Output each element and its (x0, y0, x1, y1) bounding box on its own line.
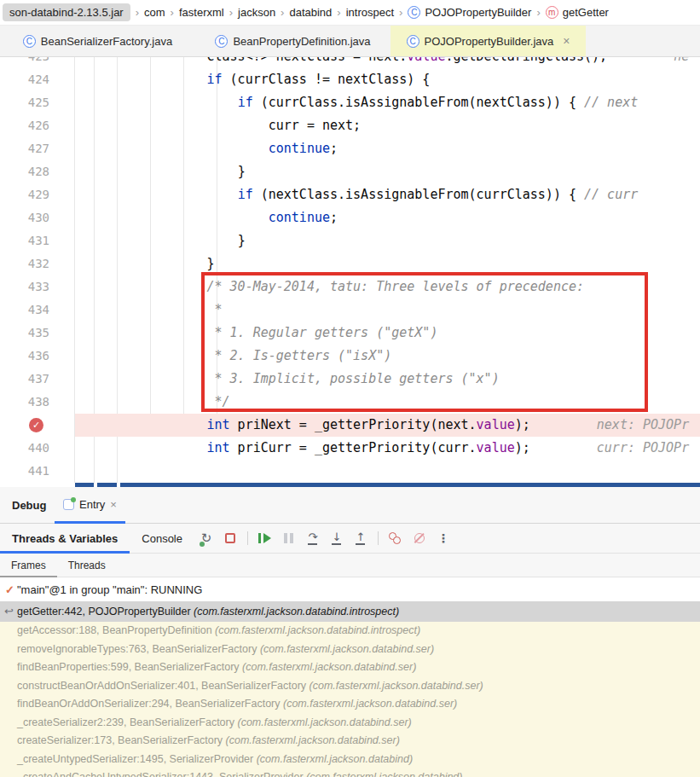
code-line-text: int priCurr = _getterPriority(curr.value… (84, 437, 689, 460)
rerun-icon[interactable]: ↻ (196, 529, 217, 548)
stack-frame[interactable]: findBeanOrAddOnSerializer:294, BeanSeria… (0, 695, 700, 714)
editor-tab-pojopropertybuilder-java[interactable]: CPOJOPropertyBuilder.java× (390, 26, 586, 56)
more-icon[interactable]: ⋮ (433, 529, 454, 548)
code-line-439[interactable]: ✓ int priNext = _getterPriority(next.val… (0, 414, 700, 437)
code-line-text: Class<?> nextClass = next.value.getDecla… (84, 57, 689, 68)
code-editor[interactable]: 423 Class<?> nextClass = next.value.getD… (0, 57, 700, 487)
code-line-430[interactable]: 430 continue; (0, 206, 700, 229)
step-over-icon[interactable]: ↷ (303, 529, 323, 548)
stack-frame[interactable]: removeIgnorableTypes:763, BeanSerializer… (0, 641, 700, 659)
line-number[interactable]: 437 (0, 368, 49, 391)
stack-frame[interactable]: _createAndCacheUntypedSerializer:1443, S… (0, 768, 700, 777)
breadcrumb-item-introspect[interactable]: introspect (346, 6, 394, 19)
stack-frame[interactable]: getAccessor:188, BeanPropertyDefinition … (0, 622, 700, 641)
editor-tab-beanserializerfactory-java[interactable]: CBeanSerializerFactory.java (0, 26, 195, 56)
line-number[interactable]: 428 (0, 160, 49, 183)
line-number[interactable]: 434 (0, 299, 49, 322)
breadcrumb-item-jackson[interactable]: jackson (238, 6, 275, 19)
breakpoint-icon[interactable]: ✓ (29, 418, 43, 432)
code-line-438[interactable]: 438 */ (0, 391, 700, 414)
code-line-433[interactable]: 433 /* 30-May-2014, tatu: Three levels o… (0, 275, 700, 299)
frame-location: getGetter:442, POJOPropertyBuilder (17, 606, 194, 618)
stack-frame[interactable]: ↩getGetter:442, POJOPropertyBuilder (com… (0, 601, 700, 622)
view-breakpoints-icon[interactable] (385, 529, 406, 548)
breadcrumb-item-fasterxml[interactable]: fasterxml (179, 6, 224, 19)
chevron-separator-icon: › (171, 6, 174, 19)
tab-threads-variables[interactable]: Threads & Variables (0, 524, 130, 554)
tab-threads[interactable]: Threads (57, 554, 117, 577)
session-tab-icon (63, 499, 74, 510)
code-line-437[interactable]: 437 * 3. Implicit, possible getters ("x"… (0, 368, 700, 391)
line-number[interactable]: 441 (0, 460, 49, 483)
code-line-425[interactable]: 425 if (currClass.isAssignableFrom(nextC… (0, 91, 700, 114)
session-tab-close-icon[interactable]: × (110, 498, 117, 511)
breadcrumb-label: com (144, 6, 165, 19)
code-line-429[interactable]: 429 if (nextClass.isAssignableFrom(currC… (0, 183, 700, 206)
tab-label: BeanPropertyDefinition.java (233, 35, 370, 48)
code-line-441[interactable]: 441 (0, 460, 700, 483)
code-line-440[interactable]: 440 int priCurr = _getterPriority(curr.v… (0, 437, 700, 460)
line-number[interactable]: 436 (0, 345, 49, 368)
breadcrumb-item-databind[interactable]: databind (289, 6, 332, 19)
line-number[interactable]: 424 (0, 68, 49, 91)
breadcrumb-item-getgetter[interactable]: mgetGetter (546, 6, 609, 19)
code-line-434[interactable]: 434 * (0, 299, 700, 322)
code-line-text: * 3. Implicit, possible getters ("x") (84, 368, 500, 391)
breadcrumb-item-com[interactable]: com (144, 6, 165, 19)
stop-icon[interactable] (220, 529, 240, 548)
line-number[interactable]: 426 (0, 114, 49, 137)
code-line-432[interactable]: 432 } (0, 252, 700, 275)
stack-frame[interactable]: findBeanProperties:599, BeanSerializerFa… (0, 658, 700, 677)
editor-tab-beanpropertydefinition-java[interactable]: CBeanPropertyDefinition.java (195, 26, 390, 56)
code-line-436[interactable]: 436 * 2. Is-getters ("isX") (0, 345, 700, 368)
step-into-icon[interactable]: ↓ (327, 529, 347, 548)
frame-location: findBeanProperties:599, BeanSerializerFa… (17, 661, 242, 673)
tab-frames[interactable]: Frames (0, 554, 57, 577)
thread-status-row[interactable]: ✓ "main"@1 in group "main": RUNNING (0, 577, 700, 601)
stack-frame[interactable]: _createUntypedSerializer:1495, Serialize… (0, 751, 700, 769)
step-out-icon[interactable]: ↑ (350, 529, 371, 548)
toolbar-separator (378, 531, 379, 545)
line-number[interactable]: 423 (0, 57, 49, 68)
code-line-427[interactable]: 427 continue; (0, 137, 700, 160)
tab-console[interactable]: Console (130, 524, 194, 554)
chevron-separator-icon: › (229, 6, 233, 19)
tab-close-icon[interactable]: × (563, 34, 570, 48)
line-number[interactable]: 425 (0, 91, 49, 114)
frame-location: getAccessor:188, BeanPropertyDefinition (17, 624, 215, 636)
line-number[interactable]: 427 (0, 137, 49, 160)
code-line-424[interactable]: 424 if (currClass != nextClass) { (0, 68, 700, 91)
stack-frame[interactable]: constructBeanOrAddOnSerializer:401, Bean… (0, 677, 700, 696)
stack-frame[interactable]: createSerializer:173, BeanSerializerFact… (0, 732, 700, 751)
line-number[interactable]: 438 (0, 391, 49, 414)
breadcrumb-label: introspect (346, 6, 394, 19)
code-line-428[interactable]: 428 } (0, 160, 700, 183)
chevron-separator-icon: › (399, 6, 402, 19)
line-number[interactable]: 431 (0, 229, 49, 252)
tab-label: BeanSerializerFactory.java (41, 35, 172, 48)
mute-breakpoints-icon[interactable] (409, 529, 430, 548)
line-number[interactable]: 440 (0, 437, 49, 460)
chevron-separator-icon: › (536, 6, 540, 19)
code-line-435[interactable]: 435 * 1. Regular getters ("getX") (0, 322, 700, 345)
code-line-426[interactable]: 426 curr = next; (0, 114, 700, 137)
stack-frame[interactable]: _createSerializer2:239, BeanSerializerFa… (0, 714, 700, 733)
line-number[interactable]: 430 (0, 206, 49, 229)
class-icon: C (23, 35, 36, 48)
thread-check-icon: ✓ (5, 583, 14, 596)
breadcrumb-item-son-databind-2-13-5-jar[interactable]: son-databind-2.13.5.jar (3, 3, 130, 21)
chevron-separator-icon: › (281, 6, 284, 19)
breadcrumb-label: getGetter (563, 6, 609, 19)
pause-icon[interactable] (279, 529, 299, 548)
code-line-text: * (84, 299, 223, 322)
line-number[interactable]: 433 (0, 275, 49, 299)
code-line-431[interactable]: 431 } (0, 229, 700, 252)
breadcrumb-item-pojopropertybuilder[interactable]: CPOJOPropertyBuilder (408, 6, 531, 19)
code-line-423[interactable]: 423 Class<?> nextClass = next.value.getD… (0, 57, 700, 68)
line-number[interactable]: 429 (0, 183, 49, 206)
line-number[interactable]: 435 (0, 322, 49, 345)
line-number[interactable]: 432 (0, 252, 49, 275)
debug-session-tab-entry[interactable]: Entry × (55, 487, 125, 524)
resume-icon[interactable] (255, 529, 275, 548)
breadcrumb: son-databind-2.13.5.jar›com›fasterxml›ja… (0, 0, 700, 26)
